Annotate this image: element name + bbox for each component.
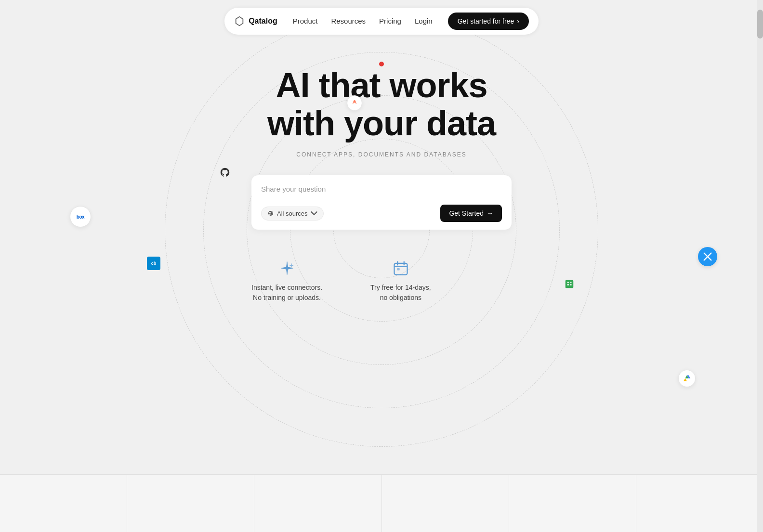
bottom-grid-cell-2 — [127, 475, 254, 532]
bottom-grid-cell-6 — [636, 475, 763, 532]
github-integration-icon — [219, 167, 231, 178]
navbar-inner: Qatalog Product Resources Pricing Login … — [224, 8, 539, 35]
svg-marker-0 — [236, 17, 243, 26]
hero-subtitle: CONNECT APPS, DOCUMENTS AND DATABASES — [251, 151, 512, 158]
feature-trial: Try free for 14-days, no obligations — [370, 259, 431, 303]
hero-title: AI that works with your data — [251, 66, 512, 143]
bottom-grid-cell-5 — [509, 475, 636, 532]
sheets-integration-icon — [564, 278, 575, 290]
logo-icon — [234, 16, 245, 26]
hero-content: AI that works with your data CONNECT APP… — [251, 66, 512, 303]
connectors-text: Instant, live connectors. No training or… — [251, 283, 322, 303]
search-box: All sources Get Started → — [251, 175, 512, 230]
nav-links: Product Resources Pricing Login — [293, 17, 433, 26]
logo[interactable]: Qatalog — [234, 16, 277, 26]
bottom-grid-cell-4 — [382, 475, 509, 532]
sources-icon — [267, 210, 274, 217]
bottom-grid-cell-3 — [254, 475, 382, 532]
bottom-grid — [0, 474, 763, 532]
navbar: Qatalog Product Resources Pricing Login … — [0, 0, 763, 42]
nav-item-resources[interactable]: Resources — [331, 17, 366, 26]
nav-item-product[interactable]: Product — [293, 17, 318, 26]
nav-item-login[interactable]: Login — [415, 17, 433, 26]
connectors-icon — [277, 259, 297, 278]
get-started-button[interactable]: Get Started → — [440, 205, 502, 222]
svg-rect-10 — [394, 263, 407, 275]
features-row: Instant, live connectors. No training or… — [251, 259, 512, 303]
get-started-arrow: → — [487, 209, 493, 217]
logo-text: Qatalog — [249, 17, 277, 26]
nav-cta-arrow: › — [517, 17, 519, 25]
sources-dropdown-button[interactable]: All sources — [261, 207, 324, 221]
get-started-nav-button[interactable]: Get started for free › — [448, 13, 529, 30]
svg-rect-14 — [397, 268, 400, 271]
trial-text: Try free for 14-days, no obligations — [370, 283, 431, 303]
svg-rect-6 — [567, 284, 569, 285]
svg-rect-4 — [567, 282, 569, 283]
x-integration-icon — [698, 247, 717, 266]
feature-connectors: Instant, live connectors. No training or… — [251, 259, 322, 303]
hero-section: box cb — [0, 42, 763, 332]
search-input[interactable] — [261, 185, 502, 193]
box-integration-icon: box — [70, 206, 91, 227]
svg-rect-3 — [566, 280, 574, 288]
nav-item-pricing[interactable]: Pricing — [379, 17, 401, 26]
trial-icon — [391, 259, 410, 278]
svg-rect-7 — [570, 284, 572, 285]
google-drive-integration-icon — [678, 370, 696, 387]
chevron-down-icon — [311, 210, 317, 217]
hubspot-integration-icon — [347, 95, 362, 111]
svg-rect-5 — [570, 282, 572, 283]
scrollbar[interactable] — [757, 0, 763, 532]
search-footer: All sources Get Started → — [261, 205, 502, 222]
bottom-grid-cell-1 — [0, 475, 127, 532]
crunchbase-integration-icon: cb — [147, 257, 160, 270]
